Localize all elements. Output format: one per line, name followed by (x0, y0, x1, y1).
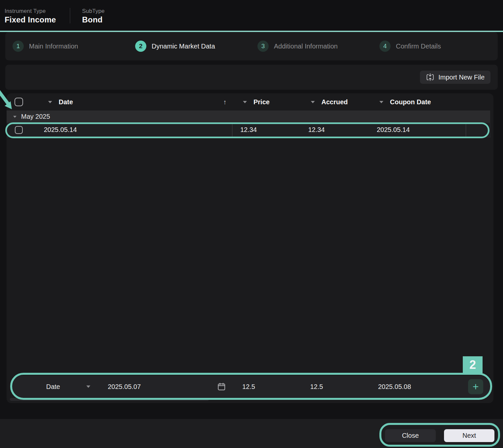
step-number-badge: 4 (379, 41, 391, 52)
column-header-label: Coupon Date (390, 98, 431, 106)
instrument-type-meta: Instrument Type Fixed Income (5, 8, 70, 24)
step-number-badge: 3 (257, 41, 269, 52)
wizard-stepper: 1 Main Information 2 Dynamic Market Data… (5, 32, 498, 60)
step-label: Confirm Details (396, 43, 441, 50)
column-menu-caret-icon[interactable] (311, 101, 315, 103)
row-date-cell: 2025.05.14 (41, 123, 232, 137)
coupon-date-input[interactable]: 2025.05.08 (378, 383, 411, 391)
column-header-date[interactable]: Date ↑ (41, 93, 232, 111)
wizard-footer: Close Next (0, 419, 503, 448)
page-header: Instrument Type Fixed Income SubType Bon… (0, 0, 503, 31)
column-menu-caret-icon[interactable] (243, 101, 247, 103)
table-toolbar: Import New File (5, 65, 498, 90)
calendar-icon[interactable] (217, 382, 226, 391)
import-button-label: Import New File (438, 74, 485, 81)
row-coupon-date-cell: 2025.05.14 (369, 123, 466, 137)
date-input[interactable]: 2025.05.07 (108, 383, 141, 391)
next-button[interactable]: Next (444, 429, 494, 442)
market-data-grid: Date ↑ Price Accrued Coupon Date May 202… (7, 93, 493, 403)
step-label: Additional Information (274, 43, 338, 50)
step-number-badge: 2 (135, 41, 146, 52)
row-actions-cell (466, 123, 491, 137)
step-dynamic-market-data[interactable]: 2 Dynamic Market Data (135, 32, 215, 60)
column-menu-caret-icon[interactable] (48, 101, 52, 103)
horizontal-scrollbar-thumb[interactable] (10, 398, 209, 401)
column-header-actions (466, 93, 493, 111)
column-header-label: Date (59, 98, 73, 106)
step-confirm-details[interactable]: 4 Confirm Details (379, 32, 441, 60)
instrument-wizard-screen: Instrument Type Fixed Income SubType Bon… (0, 0, 503, 448)
accrued-input[interactable]: 12.5 (310, 383, 323, 391)
close-button[interactable]: Close (385, 429, 436, 442)
sort-ascending-icon[interactable]: ↑ (223, 98, 226, 106)
group-row-may-2025[interactable]: May 2025 (7, 111, 490, 123)
select-all-checkbox[interactable] (15, 98, 23, 106)
step-label: Dynamic Market Data (152, 43, 215, 50)
step-main-information[interactable]: 1 Main Information (13, 32, 78, 60)
column-header-label: Price (253, 98, 270, 106)
add-row-button[interactable]: + (468, 379, 483, 394)
instrument-type-value: Fixed Income (5, 15, 70, 24)
table-row[interactable]: 2025.05.14 12.34 12.34 2025.05.14 (7, 123, 491, 137)
instrument-type-label: Instrument Type (5, 8, 70, 15)
column-menu-caret-icon[interactable] (379, 101, 383, 103)
field-type-caret-icon[interactable] (86, 382, 90, 390)
column-header-price[interactable]: Price (232, 93, 300, 111)
step-label: Main Information (29, 43, 78, 50)
import-icon (426, 73, 434, 81)
subtype-value: Bond (82, 15, 105, 24)
column-header-label: Accrued (321, 98, 348, 106)
price-input[interactable]: 12.5 (242, 383, 255, 391)
grid-header-row: Date ↑ Price Accrued Coupon Date (7, 93, 493, 111)
subtype-label: SubType (82, 8, 105, 15)
add-entry-row: Date 2025.05.07 12.5 12.5 2025.05.08 + (13, 376, 490, 398)
select-all-cell (7, 93, 41, 111)
header-divider (70, 8, 70, 23)
import-new-file-button[interactable]: Import New File (420, 71, 490, 84)
row-accrued-cell: 12.34 (300, 123, 369, 137)
field-type-select[interactable]: Date (46, 383, 60, 391)
row-checkbox[interactable] (15, 126, 23, 134)
row-select-cell (7, 123, 41, 137)
subtype-meta: SubType Bond (82, 8, 105, 24)
column-header-accrued[interactable]: Accrued (300, 93, 369, 111)
step-additional-information[interactable]: 3 Additional Information (257, 32, 338, 60)
group-row-label: May 2025 (21, 113, 50, 120)
row-price-cell: 12.34 (232, 123, 300, 137)
column-header-coupon-date[interactable]: Coupon Date (369, 93, 466, 111)
group-collapse-caret-icon[interactable] (13, 116, 16, 118)
step-number-badge: 1 (13, 41, 24, 52)
